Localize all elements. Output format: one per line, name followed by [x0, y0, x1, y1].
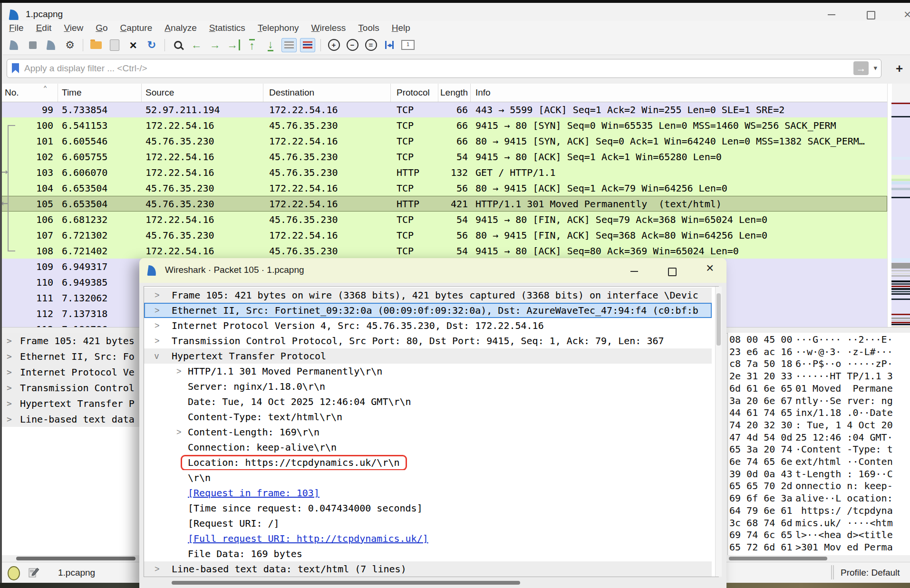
field-link[interactable]: [Full request URI: http://tcpdynamics.uk… [188, 533, 428, 544]
capture-options-icon[interactable]: ⚙ [62, 38, 77, 52]
popup-tree-row[interactable]: Connection: keep-alive\r\n [144, 440, 712, 455]
popup-tree-row[interactable]: >Transmission Control Protocol, Src Port… [144, 333, 712, 348]
go-first-icon[interactable]: ↑ [244, 38, 260, 52]
chevron-right-icon[interactable]: > [176, 366, 182, 376]
zoom-out-icon[interactable]: − [345, 38, 360, 52]
go-last-icon[interactable]: ↓ [263, 38, 278, 52]
chevron-right-icon[interactable]: > [155, 321, 160, 331]
menu-view[interactable]: View [58, 23, 89, 33]
expert-info-icon[interactable] [8, 566, 20, 580]
popup-tree-row[interactable]: >Internet Protocol Version 4, Src: 45.76… [144, 318, 712, 333]
maximize-button[interactable] [867, 11, 875, 19]
display-filter-field[interactable]: → ▾ [7, 59, 881, 78]
menu-file[interactable]: File [3, 23, 30, 33]
go-back-icon[interactable]: ← [189, 38, 204, 52]
chevron-right-icon[interactable]: > [7, 383, 12, 393]
column-header-no[interactable]: No. [0, 84, 58, 102]
chevron-right-icon[interactable]: > [155, 290, 160, 300]
restart-capture-icon[interactable] [44, 38, 59, 52]
popup-tree-row[interactable]: File Data: 169 bytes [144, 546, 712, 561]
popup-tree-row[interactable]: \r\n [144, 470, 712, 485]
colorize-icon[interactable] [281, 38, 297, 52]
menu-help[interactable]: Help [386, 23, 416, 33]
details-horizontal-scrollbar[interactable] [0, 555, 139, 562]
chevron-right-icon[interactable]: > [155, 564, 160, 574]
close-button[interactable]: × [904, 10, 910, 18]
column-header-source[interactable]: Source [142, 84, 263, 102]
chevron-right-icon[interactable]: > [7, 351, 12, 361]
menu-edit[interactable]: Edit [30, 23, 58, 33]
packet-row-104[interactable]: 1046.65350445.76.35.230172.22.54.16TCP56… [0, 180, 887, 196]
chevron-right-icon[interactable]: > [7, 367, 12, 377]
packet-row-102[interactable]: 1026.605755172.22.54.1645.76.35.230TCP54… [0, 149, 887, 164]
packet-list-scrollbar-minimap[interactable] [891, 102, 910, 327]
packet-row-107[interactable]: 1076.72130245.76.35.230172.22.54.16TCP56… [0, 227, 887, 243]
packet-row-103[interactable]: 1036.606070172.22.54.1645.76.35.230HTTP1… [0, 164, 887, 180]
popup-tree-row[interactable]: Content-Type: text/html\r\n [144, 409, 712, 424]
details-scrollbar-thumb[interactable] [16, 557, 136, 560]
open-file-icon[interactable] [88, 38, 104, 52]
save-file-icon[interactable] [107, 38, 122, 52]
popup-vscroll-thumb[interactable] [716, 293, 721, 346]
capture-comment-icon[interactable] [28, 566, 40, 580]
autoscroll-icon[interactable] [300, 38, 315, 52]
menu-analyze[interactable]: Analyze [158, 23, 203, 33]
column-header-length[interactable]: Length [438, 84, 471, 102]
minimize-button[interactable] [828, 14, 835, 15]
filter-input[interactable] [23, 60, 852, 77]
bytes-scrollbar-thumb[interactable] [729, 557, 827, 560]
column-prefs-icon[interactable]: 1 [400, 38, 416, 52]
popup-tree-row[interactable]: >Content-Length: 169\r\n [144, 424, 712, 440]
popup-tree-row[interactable]: [Time since request: 0.047434000 seconds… [144, 501, 712, 516]
packet-row-108[interactable]: 1086.721402172.22.54.1645.76.35.230TCP54… [0, 243, 887, 259]
status-profile[interactable]: Profile: Default [841, 568, 900, 578]
field-link[interactable]: [Request in frame: 103] [188, 487, 319, 499]
go-to-packet-icon[interactable]: → [226, 38, 241, 52]
menu-wireless[interactable]: Wireless [305, 23, 352, 33]
menu-capture[interactable]: Capture [114, 23, 159, 33]
popup-tree-row[interactable]: >Ethernet II, Src: Fortinet_09:32:0a (00… [144, 303, 712, 318]
packet-row-100[interactable]: 1006.541153172.22.54.1645.76.35.230TCP66… [0, 117, 887, 133]
menu-tools[interactable]: Tools [352, 23, 385, 33]
chevron-down-icon[interactable]: v [155, 351, 159, 361]
popup-tree-row[interactable]: Server: nginx/1.18.0\r\n [144, 379, 712, 394]
popup-minimize-button[interactable] [630, 271, 638, 272]
popup-hscroll-thumb[interactable] [172, 581, 520, 585]
popup-tree-row[interactable]: [Request in frame: 103] [144, 485, 712, 501]
column-header-destination[interactable]: Destination [263, 84, 391, 102]
popup-tree-row[interactable]: >Frame 105: 421 bytes on wire (3368 bits… [144, 288, 712, 303]
popup-horizontal-scrollbar[interactable] [144, 579, 719, 586]
menu-telephony[interactable]: Telephony [252, 23, 305, 33]
chevron-right-icon[interactable]: > [155, 306, 160, 316]
go-forward-icon[interactable]: → [207, 38, 223, 52]
popup-maximize-button[interactable] [668, 268, 677, 276]
close-file-icon[interactable]: × [126, 38, 141, 52]
menu-go[interactable]: Go [89, 23, 114, 33]
start-capture-icon[interactable] [7, 38, 22, 52]
column-header-time[interactable]: Time [58, 84, 142, 102]
bytes-horizontal-scrollbar[interactable] [727, 555, 910, 562]
packet-row-105[interactable]: 1056.65350445.76.35.230172.22.54.16HTTP4… [0, 196, 887, 212]
filter-dropdown-caret[interactable]: ▾ [873, 64, 877, 72]
chevron-right-icon[interactable]: > [7, 398, 12, 408]
filter-bookmark-icon[interactable] [12, 63, 19, 73]
packet-row-106[interactable]: 1066.681232172.22.54.1645.76.35.230TCP54… [0, 212, 887, 227]
popup-close-button[interactable]: × [706, 264, 714, 272]
popup-tree-row[interactable]: >Line-based text data: text/html (7 line… [144, 561, 712, 577]
zoom-in-icon[interactable]: + [326, 38, 341, 52]
menu-statistics[interactable]: Statistics [203, 23, 252, 33]
popup-tree-row[interactable]: [Request URI: /] [144, 516, 712, 531]
column-header-protocol[interactable]: Protocol [391, 84, 438, 102]
packet-row-101[interactable]: 1016.60554645.76.35.230172.22.54.16TCP66… [0, 133, 887, 149]
stop-capture-icon[interactable] [25, 38, 40, 52]
popup-tree-row[interactable]: Date: Tue, 14 Oct 2025 12:46:04 GMT\r\n [144, 394, 712, 409]
popup-tree-row[interactable]: [Full request URI: http://tcpdynamics.uk… [144, 531, 712, 546]
popup-vertical-scrollbar[interactable] [715, 287, 722, 577]
chevron-right-icon[interactable]: > [7, 336, 12, 346]
apply-filter-button[interactable]: → [853, 61, 869, 75]
add-filter-button[interactable]: + [896, 61, 910, 76]
popup-tree-row[interactable]: >HTTP/1.1 301 Moved Permanently\r\n [144, 364, 712, 379]
popup-tree-row[interactable]: vHypertext Transfer Protocol [144, 348, 712, 364]
find-packet-icon[interactable] [170, 38, 185, 52]
popup-tree-row[interactable]: Location: https://tcpdynamics.uk/\r\n [144, 455, 712, 470]
